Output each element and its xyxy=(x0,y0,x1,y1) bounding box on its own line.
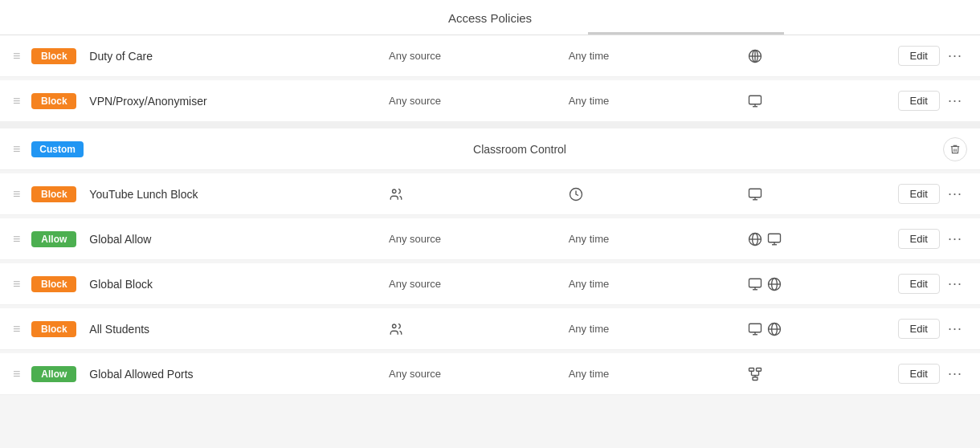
trash-icon xyxy=(949,144,961,155)
badge-block: Block xyxy=(31,276,76,292)
edit-button[interactable]: Edit xyxy=(898,184,940,204)
policy-row: ≡ Allow Global Allow Any source Any time… xyxy=(0,218,980,260)
policy-source: Any source xyxy=(389,233,569,245)
group-header-row: ≡ Custom Classroom Control xyxy=(0,128,980,170)
svg-point-7 xyxy=(393,189,397,193)
policy-source: Any source xyxy=(389,368,569,380)
badge-allow: Allow xyxy=(31,231,76,247)
drag-handle-icon[interactable]: ≡ xyxy=(13,277,20,291)
policy-source xyxy=(389,322,569,336)
svg-rect-15 xyxy=(769,234,781,242)
globe-icon xyxy=(748,49,762,63)
policy-source: Any source xyxy=(389,50,569,62)
svg-rect-31 xyxy=(749,368,754,371)
group-divider xyxy=(0,122,980,128)
policy-source xyxy=(389,187,569,202)
monitor-icon xyxy=(748,94,762,108)
policy-name: YouTube Lunch Block xyxy=(89,188,389,201)
more-button[interactable]: ··· xyxy=(943,319,967,339)
policy-actions: Edit ··· xyxy=(898,364,967,384)
badge-custom: Custom xyxy=(31,141,84,157)
policy-actions: Edit ··· xyxy=(898,274,967,294)
drag-handle-icon[interactable]: ≡ xyxy=(13,367,20,381)
policy-time: Any time xyxy=(569,323,749,335)
policy-row: ≡ Block All Students Any time Edit ··· xyxy=(0,308,980,350)
policy-device-icons xyxy=(748,322,897,336)
policy-name: All Students xyxy=(89,323,389,336)
policy-row: ≡ Block VPN/Proxy/Anonymiser Any source … xyxy=(0,80,980,122)
policy-row: ≡ Block Duty of Care Any source Any time… xyxy=(0,35,980,77)
svg-rect-32 xyxy=(757,368,762,371)
more-button[interactable]: ··· xyxy=(943,364,967,384)
network-icon xyxy=(748,367,762,381)
policy-name: Duty of Care xyxy=(89,50,389,63)
more-button[interactable]: ··· xyxy=(943,91,967,111)
policy-actions: Edit ··· xyxy=(898,319,967,339)
policy-actions: Edit ··· xyxy=(898,46,967,66)
policy-source: Any source xyxy=(389,95,569,107)
page-title: Access Policies xyxy=(448,11,532,25)
clock-icon xyxy=(569,187,583,202)
drag-handle-icon[interactable]: ≡ xyxy=(13,232,20,246)
policy-name: Global Block xyxy=(89,278,389,291)
drag-handle-icon[interactable]: ≡ xyxy=(13,187,20,202)
edit-button[interactable]: Edit xyxy=(898,229,940,249)
badge-allow: Allow xyxy=(31,366,76,382)
drag-handle-icon[interactable]: ≡ xyxy=(13,94,20,108)
badge-block: Block xyxy=(31,321,76,337)
svg-rect-9 xyxy=(749,189,762,198)
policy-device-icons xyxy=(748,94,897,108)
drag-handle-icon[interactable]: ≡ xyxy=(13,322,20,336)
edit-button[interactable]: Edit xyxy=(898,274,940,294)
policy-time: Any time xyxy=(569,368,749,380)
page-wrapper: Access Policies ≡ Block Duty of Care Any… xyxy=(0,0,980,395)
badge-block: Block xyxy=(31,48,76,64)
edit-button[interactable]: Edit xyxy=(898,46,940,66)
svg-rect-25 xyxy=(749,324,762,332)
policy-actions: Edit ··· xyxy=(898,229,967,249)
monitor-icon xyxy=(748,277,762,291)
svg-rect-33 xyxy=(753,377,757,380)
policy-row: ≡ Block Global Block Any source Any time… xyxy=(0,263,980,305)
policy-time: Any time xyxy=(569,278,749,290)
globe-icon xyxy=(748,232,762,246)
page-header: Access Policies xyxy=(0,0,980,35)
group-title: Classroom Control xyxy=(96,143,943,156)
policy-time: Any time xyxy=(569,233,749,245)
drag-handle-icon[interactable]: ≡ xyxy=(13,142,20,157)
edit-button[interactable]: Edit xyxy=(898,364,940,384)
svg-rect-18 xyxy=(749,279,762,287)
policy-device-icons xyxy=(748,232,897,246)
edit-button[interactable]: Edit xyxy=(898,91,940,111)
more-button[interactable]: ··· xyxy=(943,274,967,294)
delete-group-button[interactable] xyxy=(943,137,967,161)
user-group-icon xyxy=(389,322,403,336)
globe-icon xyxy=(767,322,782,336)
policy-source: Any source xyxy=(389,278,569,290)
svg-rect-4 xyxy=(749,96,762,104)
monitor-icon xyxy=(748,322,762,336)
policy-row: ≡ Allow Global Allowed Ports Any source … xyxy=(0,353,980,395)
policy-row: ≡ Block YouTube Lunch Block Edit ··· xyxy=(0,173,980,215)
drag-handle-icon[interactable]: ≡ xyxy=(13,49,20,63)
edit-button[interactable]: Edit xyxy=(898,319,940,339)
more-button[interactable]: ··· xyxy=(943,46,967,66)
policy-name: VPN/Proxy/Anonymiser xyxy=(89,95,389,108)
svg-point-24 xyxy=(393,324,397,328)
policy-device-icons xyxy=(748,367,897,381)
policy-name: Global Allow xyxy=(89,233,389,246)
user-group-icon xyxy=(389,187,403,202)
policy-time: Any time xyxy=(569,95,749,107)
more-button[interactable]: ··· xyxy=(943,229,967,249)
policy-time: Any time xyxy=(569,50,749,62)
policy-device-icons xyxy=(748,187,897,202)
more-button[interactable]: ··· xyxy=(943,184,967,204)
policy-time xyxy=(569,187,749,202)
policy-actions: Edit ··· xyxy=(898,184,967,204)
badge-block: Block xyxy=(31,186,76,202)
policy-device-icons xyxy=(748,277,897,291)
monitor-icon xyxy=(767,232,782,246)
policy-device-icons xyxy=(748,49,897,63)
policies-table: ≡ Block Duty of Care Any source Any time… xyxy=(0,35,980,395)
badge-block: Block xyxy=(31,93,76,109)
